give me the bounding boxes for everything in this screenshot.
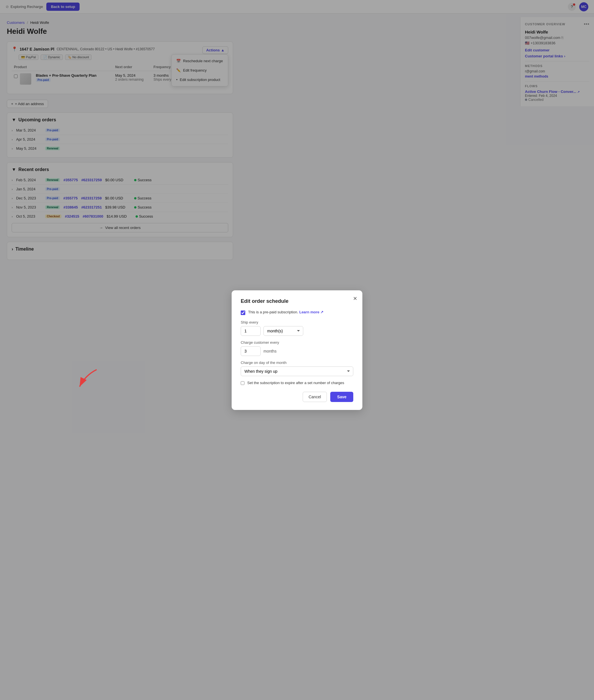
modal-overlay: Edit order schedule ✕ This is a pre-paid… [0, 0, 594, 271]
